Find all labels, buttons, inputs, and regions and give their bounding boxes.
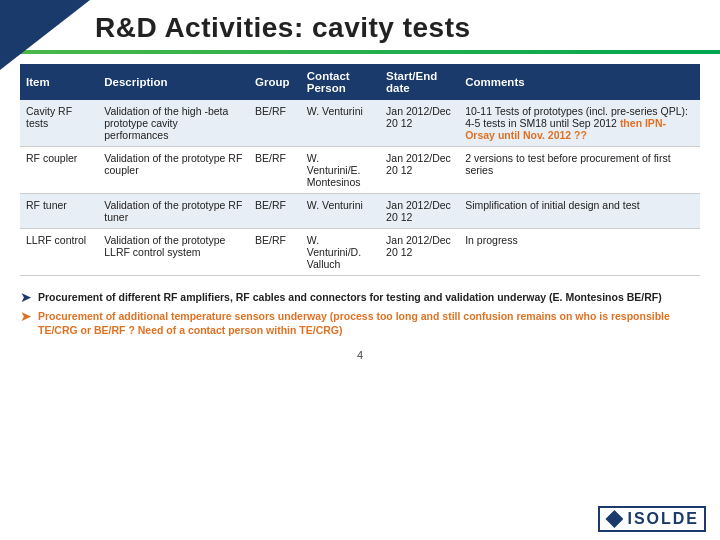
bottom-section: ➤ Procurement of different RF amplifiers…	[0, 282, 720, 345]
cell-item: LLRF control	[20, 229, 98, 276]
bullet-item-1: ➤ Procurement of different RF amplifiers…	[20, 290, 700, 305]
col-header-comments: Comments	[459, 64, 700, 100]
table-row: LLRF controlValidation of the prototype …	[20, 229, 700, 276]
cell-group: BE/RF	[249, 147, 301, 194]
cell-group: BE/RF	[249, 229, 301, 276]
cell-description: Validation of the prototype LLRF control…	[98, 229, 249, 276]
page-number: 4	[0, 349, 720, 361]
table-row: Cavity RF testsValidation of the high -b…	[20, 100, 700, 147]
cell-description: Validation of the prototype RF tuner	[98, 194, 249, 229]
cell-startend: Jan 2012/Dec 20 12	[380, 229, 459, 276]
cell-contact: W. Venturini	[301, 100, 380, 147]
header: R&D Activities: cavity tests	[0, 0, 720, 50]
bullet-text-2: Procurement of additional temperature se…	[38, 309, 700, 337]
main-content: Item Description Group Contact Person St…	[0, 54, 720, 282]
table-header-row: Item Description Group Contact Person St…	[20, 64, 700, 100]
bullet-item-2: ➤ Procurement of additional temperature …	[20, 309, 700, 337]
cell-item: RF tuner	[20, 194, 98, 229]
bottom-logo: ISOLDE	[598, 506, 706, 532]
cell-group: BE/RF	[249, 100, 301, 147]
cell-contact: W. Venturini/E. Montesinos	[301, 147, 380, 194]
cell-description: Validation of the prototype RF coupler	[98, 147, 249, 194]
col-header-description: Description	[98, 64, 249, 100]
activities-table: Item Description Group Contact Person St…	[20, 64, 700, 276]
table-row: RF tunerValidation of the prototype RF t…	[20, 194, 700, 229]
cell-contact: W. Venturini/D. Valluch	[301, 229, 380, 276]
bullet-text-1: Procurement of different RF amplifiers, …	[38, 290, 662, 304]
cell-item: RF coupler	[20, 147, 98, 194]
col-header-contact: Contact Person	[301, 64, 380, 100]
table-row: RF couplerValidation of the prototype RF…	[20, 147, 700, 194]
col-header-item: Item	[20, 64, 98, 100]
page-title: R&D Activities: cavity tests	[95, 12, 700, 44]
logo-text: ISOLDE	[627, 510, 699, 528]
cell-contact: W. Venturini	[301, 194, 380, 229]
cell-startend: Jan 2012/Dec 20 12	[380, 194, 459, 229]
col-header-startend: Start/End date	[380, 64, 459, 100]
cell-comments: Simplification of initial design and tes…	[459, 194, 700, 229]
bullet-icon-1: ➤	[20, 289, 32, 305]
cell-startend: Jan 2012/Dec 20 12	[380, 147, 459, 194]
col-header-group: Group	[249, 64, 301, 100]
bullet-icon-2: ➤	[20, 308, 32, 324]
cell-item: Cavity RF tests	[20, 100, 98, 147]
cell-description: Validation of the high -beta prototype c…	[98, 100, 249, 147]
cell-comments: 10-11 Tests of prototypes (incl. pre-ser…	[459, 100, 700, 147]
logo-diamond-icon	[605, 510, 623, 528]
cell-comments: 2 versions to test before procurement of…	[459, 147, 700, 194]
cell-group: BE/RF	[249, 194, 301, 229]
cell-startend: Jan 2012/Dec 20 12	[380, 100, 459, 147]
cell-comments: In progress	[459, 229, 700, 276]
